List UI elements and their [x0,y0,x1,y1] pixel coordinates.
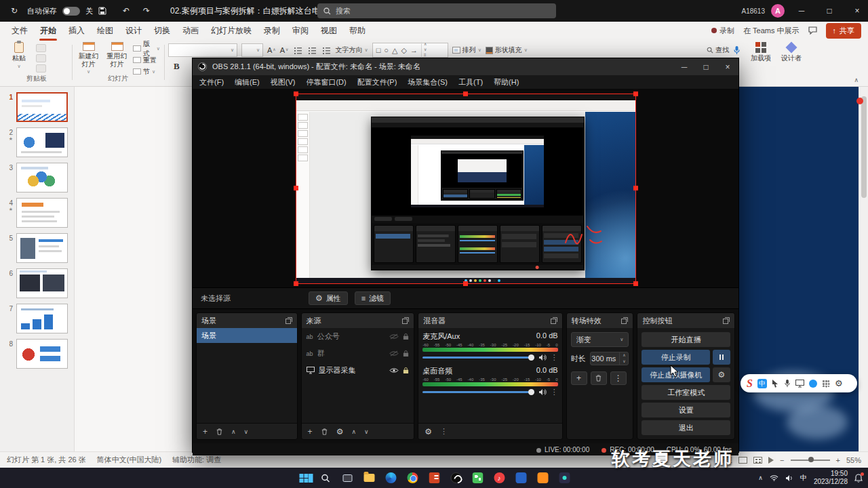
channel-menu-button[interactable]: ⋮ [551,354,558,361]
slideshow-view-button[interactable] [768,457,774,464]
search-input[interactable]: 搜索 [317,3,556,18]
task-view-button[interactable] [339,470,356,487]
sources-dock-header[interactable]: 来源 [302,313,414,328]
dark-app-button[interactable] [556,470,573,487]
zoom-level[interactable]: 55% [846,456,861,464]
hidden-icons-chevron[interactable]: ∧ [758,474,763,481]
chrome-button[interactable] [404,470,421,487]
monitor-tool-icon[interactable] [795,380,804,388]
close-button[interactable]: × [846,0,868,22]
rectangle-shape-icon[interactable]: □ [376,46,381,54]
powerpoint-button[interactable] [426,470,443,487]
font-name-combo[interactable]: ∨ [168,43,237,57]
gallery-scroll-buttons[interactable]: ∧∨≡ [421,42,427,58]
tab-design[interactable]: 设计 [119,22,148,39]
edge-button[interactable] [382,470,399,487]
popout-icon[interactable] [285,317,292,324]
language-status[interactable]: 简体中文(中国大陆) [97,455,161,465]
volume-knob[interactable] [528,389,534,395]
slide-item-8[interactable]: 8 [0,336,74,371]
slide-thumbnail[interactable] [16,304,68,333]
tab-insert[interactable]: 插入 [62,22,91,39]
slide-sorter-view-button[interactable] [753,457,762,464]
save-button[interactable] [98,7,113,15]
slide-thumbnail[interactable] [16,127,68,157]
find-button[interactable]: 查找 [707,45,729,56]
slide-item-5[interactable]: 5 [0,230,74,266]
exit-button[interactable]: 退出 [642,420,730,435]
collapse-ribbon-button[interactable]: ∧ [854,77,859,83]
selection-handle[interactable] [294,281,298,286]
cursor-tool-icon[interactable] [772,379,779,388]
transitions-dock-header[interactable]: 转场特效 [567,313,633,328]
transition-menu-button[interactable]: ⋮ [610,371,627,385]
dictate-mic-icon[interactable] [733,45,741,55]
text-direction-button[interactable]: 文字方向∨ [336,45,368,56]
record-button[interactable]: 录制 [711,26,734,36]
menu-docks[interactable]: 停靠窗口(D) [306,77,346,87]
lock-icon[interactable] [403,350,409,357]
autosave-toggle[interactable] [62,7,80,16]
add-scene-button[interactable]: + [203,427,208,436]
tab-record[interactable]: 录制 [258,22,286,39]
obs-preview-video[interactable] [296,94,635,283]
maximize-button[interactable]: □ [818,0,840,22]
avatar[interactable]: A [771,4,785,18]
shrink-font-button[interactable]: A∨ [280,46,289,54]
shapes-gallery[interactable]: □ ○ △ ◇ → ∧∨≡ [372,43,448,58]
scene-up-button[interactable]: ∧ [231,428,236,435]
orange-app-button[interactable] [534,470,551,487]
scenes-dock-header[interactable]: 场景 [197,313,297,328]
arrange-button[interactable]: 排列∨ [452,45,481,56]
slide-item-2[interactable]: 2★ [0,125,74,160]
volume-icon[interactable] [785,474,793,482]
obs-maximize-button[interactable]: □ [695,58,717,75]
zoom-slider[interactable] [791,460,830,461]
selection-handle[interactable] [294,186,298,190]
ime-indicator[interactable]: 中 [800,473,807,483]
menu-help[interactable]: 帮助(H) [494,77,519,87]
source-up-button[interactable]: ∧ [351,428,356,435]
vertical-scrollbar[interactable] [859,87,868,451]
volume-knob[interactable] [528,354,534,361]
source-row[interactable]: ab 公众号 [302,328,414,345]
speaker-icon[interactable] [538,354,547,361]
settings-button[interactable]: 设置 [642,403,730,418]
virtual-camera-settings-button[interactable]: ⚙ [713,367,730,382]
annotation-ime-icon[interactable]: 中 [757,379,767,388]
tab-file[interactable]: 文件 [5,22,34,39]
zoom-in-button[interactable]: + [836,456,840,464]
tab-draw[interactable]: 绘图 [91,22,119,39]
spinner-arrows[interactable]: ∧∨ [619,352,628,365]
wifi-icon[interactable] [770,474,778,481]
share-button[interactable]: ↑共享 [826,23,862,39]
obs-close-button[interactable]: × [717,58,738,75]
ellipse-shape-icon[interactable]: ○ [384,46,389,54]
filters-button[interactable]: ≡滤镜 [355,291,391,305]
obs-titlebar[interactable]: OBS 28.1.1 (64-bit, windows) - 配置文件: 未命名… [193,58,738,75]
numbering-button[interactable] [307,45,317,56]
scene-down-button[interactable]: ∨ [244,428,249,435]
selection-handle[interactable] [633,281,638,286]
annotation-settings-icon[interactable]: ⚙ [835,379,843,388]
arrow-shape-icon[interactable]: → [410,46,418,54]
undo-button[interactable]: ↶ [119,6,134,16]
menu-view[interactable]: 视图(V) [271,77,296,87]
volume-slider[interactable] [422,391,534,393]
studio-mode-button[interactable]: 工作室模式 [642,385,730,400]
menu-file[interactable]: 文件(F) [199,77,224,87]
shape-fill-button[interactable]: 形状填充∨ [486,45,528,56]
duration-spinner[interactable]: 300 ms ∧∨ [590,352,629,365]
slide-item-6[interactable]: 6 [0,266,74,301]
indent-button[interactable] [321,45,332,56]
normal-view-button[interactable] [738,457,747,464]
designer-button[interactable]: 设计者 [778,42,805,62]
meeting-app-button[interactable] [513,470,530,487]
minimize-button[interactable]: ─ [791,0,812,22]
selection-handle[interactable] [294,92,298,96]
stop-recording-button[interactable]: 停止录制 [642,350,710,365]
triangle-shape-icon[interactable]: △ [392,46,397,55]
channel-menu-button[interactable]: ⋮ [551,388,558,396]
properties-button[interactable]: ⚙属性 [309,291,348,305]
addins-button[interactable]: 加载项 [747,42,774,62]
